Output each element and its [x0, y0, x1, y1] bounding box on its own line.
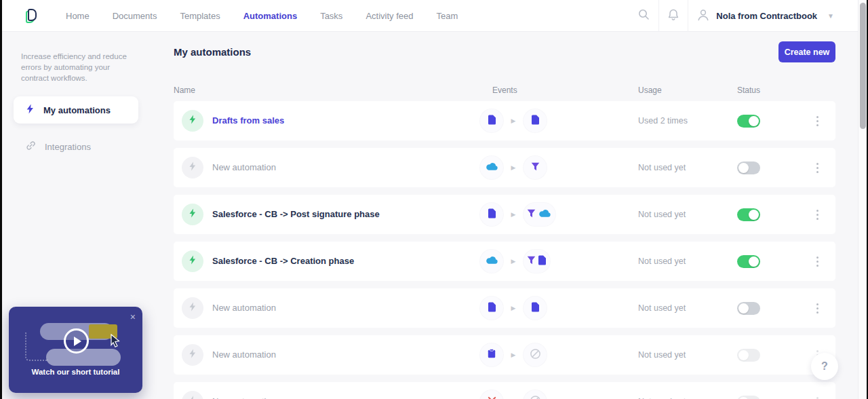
automation-name-link[interactable]: New automation — [212, 162, 276, 172]
events-cell: ▶ — [480, 101, 547, 140]
sidebar-item-my-automations[interactable]: My automations — [14, 96, 138, 124]
logo-navy-shape — [28, 9, 37, 21]
kebab-menu-button[interactable] — [809, 394, 825, 399]
bolt-icon — [189, 302, 197, 314]
bolt-icon — [189, 349, 197, 361]
usage-text: Used 2 times — [638, 116, 688, 126]
automation-name-link[interactable]: New automation — [212, 303, 276, 313]
result-icon-badge — [524, 250, 550, 273]
toggle-knob — [738, 163, 749, 173]
toggle-knob — [749, 116, 759, 126]
nav-item-home[interactable]: Home — [66, 11, 90, 21]
contractbook-logo[interactable] — [27, 9, 37, 23]
kebab-menu-button[interactable] — [809, 253, 825, 269]
play-button[interactable] — [64, 328, 89, 354]
link-icon — [26, 140, 36, 153]
create-new-button[interactable]: Create new — [778, 41, 835, 62]
table-row: New automation ▶ Not used yet — [174, 288, 835, 328]
nav-item-team[interactable]: Team — [436, 11, 458, 21]
document-icon — [488, 208, 496, 221]
arrow-right-icon: ▶ — [503, 352, 524, 358]
nav-item-activity-feed[interactable]: Activity feed — [366, 11, 413, 21]
result-icon-badge — [524, 390, 547, 399]
table-row: New automation ▶ Not used yet — [174, 148, 835, 187]
result-icon-badge — [524, 297, 547, 320]
illustration-bar — [46, 349, 121, 366]
help-button[interactable]: ? — [811, 353, 838, 380]
bolt-icon — [26, 104, 35, 117]
automation-type-badge — [182, 157, 203, 178]
tutorial-text: Watch our short tutorial — [9, 368, 142, 376]
trigger-icon-badge — [480, 297, 503, 320]
document-icon — [531, 302, 540, 315]
kebab-menu-button[interactable] — [809, 159, 825, 176]
status-toggle[interactable] — [737, 115, 760, 128]
scrollbar-thumb[interactable] — [860, 3, 866, 129]
events-cell: ▶ — [480, 382, 547, 399]
automation-name-link[interactable]: New automation — [212, 349, 276, 360]
notifications-button[interactable] — [658, 0, 688, 32]
trigger-icon-badge — [480, 343, 503, 366]
empty-step-icon — [530, 395, 541, 399]
events-cell: ▶ — [480, 148, 547, 187]
table-row: Salesforce - CB -> Creation phase ▶ Not … — [174, 242, 835, 281]
close-icon[interactable]: × — [130, 312, 136, 322]
status-toggle[interactable] — [737, 302, 760, 315]
status-toggle[interactable] — [737, 162, 760, 174]
cursor-icon — [109, 334, 121, 350]
automation-name-link[interactable]: New automation — [212, 396, 276, 399]
table-row: New automation ▶ Not used yet — [174, 335, 835, 375]
automation-name-link[interactable]: Salesforce - CB -> Post signature phase — [212, 209, 380, 219]
automation-name-link[interactable]: Salesforce - CB -> Creation phase — [212, 256, 354, 266]
nav-right-group: Nola from Contractbook ▼ — [629, 0, 834, 32]
automation-type-badge — [182, 110, 203, 132]
bolt-icon — [189, 396, 197, 399]
nav-item-templates[interactable]: Templates — [180, 11, 220, 21]
automation-type-badge — [182, 204, 203, 225]
bolt-icon — [189, 208, 197, 221]
column-header-status: Status — [737, 86, 760, 95]
table-row: Salesforce - CB -> Post signature phase … — [174, 195, 835, 234]
scrollbar-track[interactable] — [858, 0, 867, 399]
events-cell: ▶ — [480, 335, 547, 375]
events-cell: ▶ — [480, 195, 555, 234]
sidebar-item-integrations[interactable]: Integrations — [14, 133, 138, 160]
table-row: Drafts from sales ▶ Used 2 times — [174, 101, 835, 140]
nav-item-tasks[interactable]: Tasks — [320, 11, 342, 21]
nav-item-automations[interactable]: Automations — [243, 11, 297, 21]
document-icon — [488, 302, 496, 315]
status-toggle[interactable] — [737, 396, 760, 399]
page-title: My automations — [174, 46, 251, 58]
arrow-right-icon: ▶ — [503, 164, 524, 171]
avatar-icon — [696, 8, 710, 24]
automation-type-badge — [182, 250, 203, 272]
tutorial-popup: × Watch our short tutorial — [9, 307, 142, 393]
kebab-menu-button[interactable] — [809, 300, 825, 316]
bolt-icon — [189, 255, 197, 267]
user-menu[interactable]: Nola from Contractbook ▼ — [688, 8, 834, 24]
bell-icon — [668, 9, 679, 24]
sidebar-item-label: Integrations — [45, 142, 91, 152]
filter-icon — [527, 255, 536, 267]
status-toggle[interactable] — [737, 208, 760, 221]
nav-item-documents[interactable]: Documents — [113, 11, 157, 21]
search-button[interactable] — [629, 0, 658, 32]
toggle-knob — [738, 303, 749, 314]
usage-text: Not used yet — [638, 303, 686, 313]
arrow-right-icon: ▶ — [503, 258, 524, 265]
bolt-icon — [189, 162, 197, 174]
status-toggle[interactable] — [737, 349, 760, 362]
sidebar-description: Increase efficiency and reduce errors by… — [21, 51, 133, 83]
kebab-menu-button[interactable] — [809, 113, 825, 129]
search-icon — [638, 9, 650, 23]
column-header-usage: Usage — [638, 86, 662, 95]
table-row: New automation ▶ Not used yet — [174, 382, 835, 399]
trigger-icon-badge — [480, 109, 503, 132]
status-toggle[interactable] — [737, 255, 760, 268]
document-icon — [488, 115, 496, 128]
clipboard-icon — [488, 349, 496, 361]
toggle-knob — [749, 256, 759, 267]
kebab-menu-button[interactable] — [809, 206, 825, 223]
automation-name-link[interactable]: Drafts from sales — [212, 115, 284, 126]
trigger-icon-badge — [480, 250, 503, 273]
